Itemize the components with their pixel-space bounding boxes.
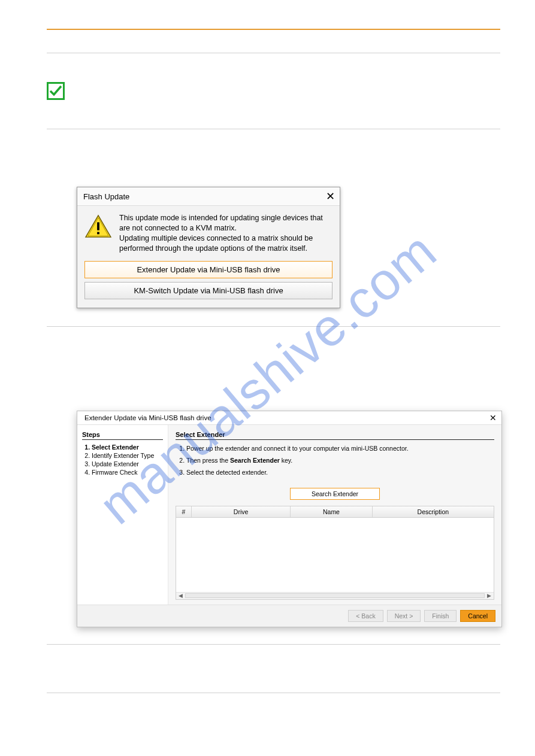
wizard-steps-panel: Steps Select Extender Identify Extender …	[77, 425, 168, 605]
back-button[interactable]: < Back	[348, 610, 383, 622]
finish-button[interactable]: Finish	[424, 610, 457, 622]
wizard-title: Extender Update via Mini-USB flash drive	[84, 414, 211, 421]
checkmark-icon	[47, 82, 65, 100]
close-icon[interactable]: ✕	[489, 414, 497, 422]
svg-rect-1	[97, 232, 99, 235]
steps-header: Steps	[82, 431, 163, 440]
flash-update-dialog: Flash Update ✕ This update mode is inten…	[77, 187, 340, 308]
scroll-left-icon[interactable]: ◀	[179, 593, 183, 599]
svg-rect-0	[97, 222, 99, 230]
divider	[47, 693, 500, 693]
cancel-button[interactable]: Cancel	[460, 610, 495, 622]
instruction-item: Select the detected extender.	[186, 469, 494, 476]
km-switch-update-button[interactable]: KM-Switch Update via Mini-USB flash driv…	[84, 282, 333, 299]
col-drive: Drive	[192, 506, 291, 517]
col-name: Name	[291, 506, 373, 517]
dialog-title: Flash Update	[83, 192, 129, 201]
warning-text: This update mode is intended for updatin…	[119, 213, 333, 254]
horizontal-scrollbar[interactable]: ◀ ▶	[176, 592, 494, 599]
wizard-main-header: Select Extender	[176, 431, 494, 440]
close-icon[interactable]: ✕	[326, 191, 335, 202]
step-item: Identify Extender Type	[92, 452, 163, 459]
step-item: Select Extender	[92, 444, 163, 451]
col-index: #	[176, 506, 192, 517]
scroll-right-icon[interactable]: ▶	[487, 593, 491, 599]
col-description: Description	[373, 506, 494, 517]
update-wizard-window: Extender Update via Mini-USB flash drive…	[77, 411, 502, 627]
extender-update-button[interactable]: Extender Update via Mini-USB flash drive	[84, 261, 333, 278]
step-item: Update Extender	[92, 460, 163, 467]
search-extender-button[interactable]: Search Extender	[290, 488, 380, 500]
step-item: Firmware Check	[92, 469, 163, 476]
next-button[interactable]: Next >	[387, 610, 421, 622]
table-body-empty	[176, 518, 494, 592]
instruction-item: Then press the Search Extender key.	[186, 457, 494, 464]
warning-icon	[84, 214, 112, 238]
instruction-item: Power up the extender and connect it to …	[186, 445, 494, 452]
extender-table: # Drive Name Description ◀ ▶	[176, 506, 494, 600]
top-orange-rule	[47, 29, 500, 30]
